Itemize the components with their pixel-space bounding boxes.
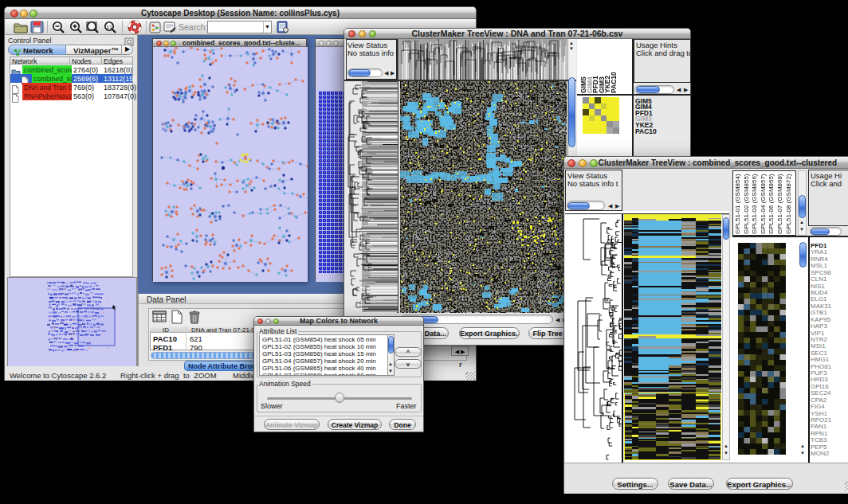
svg-text:1:1: 1:1	[107, 25, 112, 29]
